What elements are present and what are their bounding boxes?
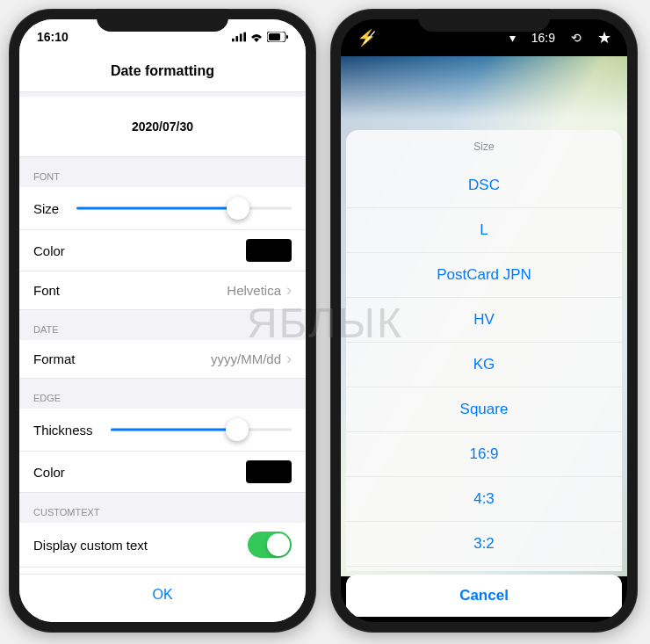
slider-track (111, 429, 292, 431)
size-option-square[interactable]: Square (346, 387, 622, 432)
svg-rect-3 (243, 33, 246, 42)
section-header-customtext: CUSTOMTEXT (19, 493, 306, 523)
size-label: Size (33, 201, 59, 216)
format-label: Format (33, 351, 76, 366)
star-icon[interactable]: ★ (597, 28, 611, 47)
row-edge-color[interactable]: Color (19, 452, 306, 493)
row-font-size[interactable]: Size (19, 187, 306, 230)
phone-left: 16:10 Date formatting 2020/07/30 FONT Si… (9, 9, 316, 633)
thickness-label: Thickness (33, 423, 93, 438)
page-title: Date formatting (19, 54, 306, 92)
sheet-list[interactable]: DSC L PostCard JPN HV KG Square 16:9 4:3… (346, 163, 622, 571)
size-slider[interactable] (76, 196, 292, 221)
svg-rect-2 (240, 33, 242, 41)
display-customtext-toggle[interactable] (248, 532, 292, 558)
row-date-format[interactable]: Format yyyy/MM/dd› (19, 340, 306, 379)
size-option-postcard-jpn[interactable]: PostCard JPN (346, 253, 622, 298)
sheet-title: Size (346, 130, 622, 163)
settings-scroll[interactable]: 2020/07/30 FONT Size Color Font Helvetic… (19, 97, 306, 576)
cancel-button[interactable]: Cancel (346, 575, 622, 617)
format-value: yyyy/MM/dd (211, 351, 281, 366)
svg-rect-1 (235, 36, 238, 41)
row-edge-thickness[interactable]: Thickness (19, 409, 306, 452)
edge-color-label: Color (33, 465, 65, 480)
size-action-sheet: Size DSC L PostCard JPN HV KG Square 16:… (346, 130, 622, 571)
svg-rect-0 (232, 39, 235, 42)
ok-button[interactable]: OK (19, 574, 306, 622)
battery-icon (267, 32, 288, 42)
row-font-name[interactable]: Font Helvetica› (19, 271, 306, 310)
edge-color-swatch[interactable] (246, 460, 292, 483)
thickness-slider[interactable] (111, 417, 292, 442)
date-preview: 2020/07/30 (19, 97, 306, 157)
size-option-4-3[interactable]: 4:3 (346, 477, 622, 522)
slider-thumb[interactable] (226, 418, 249, 441)
aspect-label[interactable]: 16:9 (531, 31, 555, 45)
size-option-3-2[interactable]: 3:2 (346, 522, 622, 567)
svg-rect-6 (286, 35, 288, 39)
slider-thumb[interactable] (227, 197, 249, 220)
font-color-label: Color (33, 243, 65, 258)
chevron-right-icon: › (286, 350, 292, 368)
notch (418, 9, 550, 32)
notch (97, 9, 228, 32)
status-time: 16:10 (37, 30, 69, 44)
font-label: Font (33, 283, 60, 298)
screen-right: ⚡̸ ▾ 16:9 ⟲ ★ Size DSC L PostCard JPN HV… (341, 19, 627, 622)
section-header-font: FONT (19, 157, 306, 187)
display-customtext-label: Display custom text (33, 538, 148, 553)
phone-right: ⚡̸ ▾ 16:9 ⟲ ★ Size DSC L PostCard JPN HV… (330, 9, 638, 633)
size-option-16-9[interactable]: 16:9 (346, 432, 622, 477)
font-color-swatch[interactable] (246, 239, 292, 262)
font-value: Helvetica (227, 283, 281, 298)
wifi-icon (249, 32, 264, 42)
row-font-color[interactable]: Color (19, 230, 306, 271)
section-header-edge: EDGE (19, 379, 306, 409)
cellular-icon (232, 32, 246, 42)
status-indicators (232, 32, 288, 42)
size-option-kg[interactable]: KG (346, 343, 622, 387)
dropdown-icon[interactable]: ▾ (509, 31, 516, 45)
svg-rect-5 (269, 33, 280, 40)
refresh-icon[interactable]: ⟲ (571, 31, 581, 45)
section-header-date: DATE (19, 310, 306, 340)
slider-track (76, 207, 292, 210)
size-option-l[interactable]: L (346, 208, 622, 253)
chevron-right-icon: › (286, 281, 292, 300)
flash-icon[interactable]: ⚡̸ (357, 28, 376, 47)
size-option-hv[interactable]: HV (346, 298, 622, 343)
size-option-dsc[interactable]: DSC (346, 163, 622, 208)
screen-left: 16:10 Date formatting 2020/07/30 FONT Si… (19, 19, 306, 622)
row-display-custom-text[interactable]: Display custom text (19, 523, 306, 568)
